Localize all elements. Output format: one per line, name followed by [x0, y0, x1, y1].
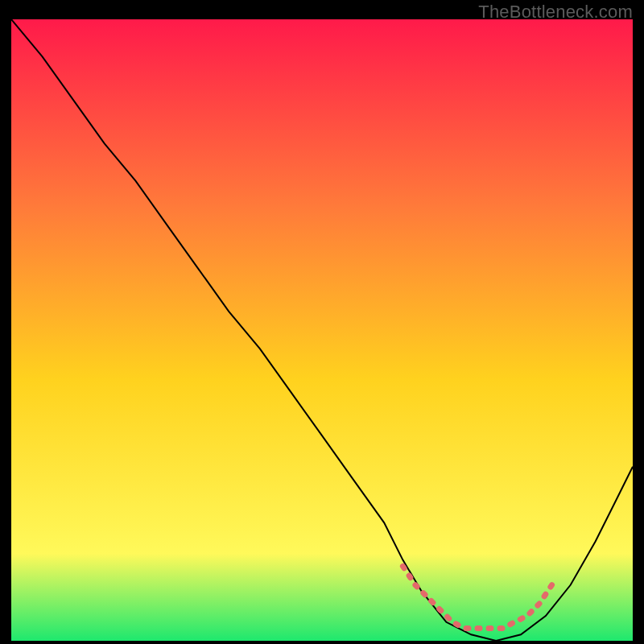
chart-svg: [11, 19, 633, 641]
bottleneck-chart: [11, 19, 633, 641]
gradient-background: [11, 19, 633, 641]
